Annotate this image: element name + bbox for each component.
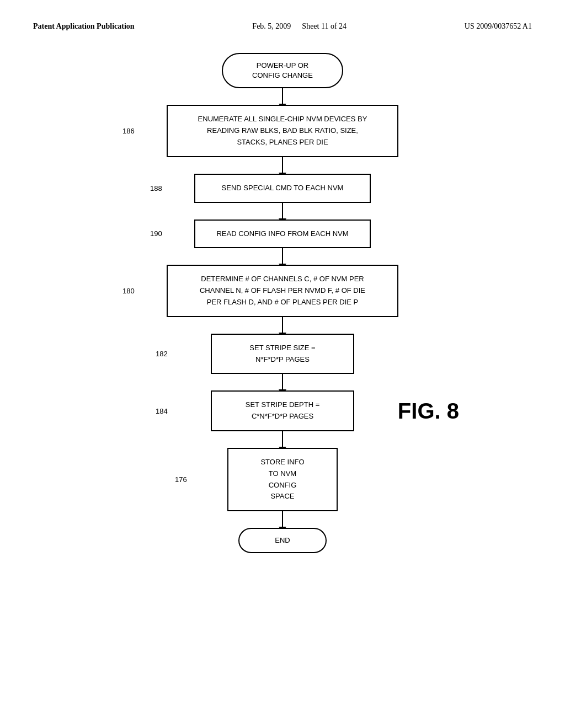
publication-label: Patent Application Publication [33, 22, 135, 31]
arrow-1 [89, 88, 476, 105]
arrow-6 [89, 374, 476, 390]
step-182-row: 182 SET STRIPE SIZE = N*F*D*P PAGES [89, 334, 476, 374]
step-190-row: 190 READ CONFIG INFO FROM EACH NVM [89, 220, 476, 249]
step-188-row: 188 SEND SPECIAL CMD TO EACH NVM [89, 174, 476, 203]
node-180: DETERMINE # OF CHANNELS C, # OF NVM PER … [167, 265, 398, 317]
page: Patent Application Publication Feb. 5, 2… [0, 0, 565, 728]
step-184-row: 184 SET STRIPE DEPTH = C*N*F*D*P PAGES F… [89, 390, 476, 431]
label-180: 180 [122, 287, 135, 295]
node-184: SET STRIPE DEPTH = C*N*F*D*P PAGES [211, 390, 354, 431]
step-176-row: 176 STORE INFO TO NVM CONFIG SPACE [89, 448, 476, 511]
step-end-row: END [89, 528, 476, 553]
node-188: SEND SPECIAL CMD TO EACH NVM [194, 174, 371, 203]
label-190: 190 [150, 229, 162, 238]
label-184: 184 [156, 407, 168, 415]
node-end: END [238, 528, 327, 553]
diagram-container: POWER-UP ORCONFIG CHANGE 186 ENUMERATE A… [33, 53, 532, 553]
node-start: POWER-UP ORCONFIG CHANGE [222, 53, 343, 88]
sheet-info: Sheet 11 of 24 [302, 22, 347, 31]
node-190: READ CONFIG INFO FROM EACH NVM [194, 220, 371, 249]
node-182: SET STRIPE SIZE = N*F*D*P PAGES [211, 334, 354, 374]
step-180-row: 180 DETERMINE # OF CHANNELS C, # OF NVM … [89, 265, 476, 317]
label-188: 188 [150, 184, 162, 192]
node-186: ENUMERATE ALL SINGLE-CHIP NVM DEVICES BY… [167, 105, 398, 157]
arrow-8 [89, 511, 476, 528]
arrow-7 [89, 431, 476, 448]
step-start-row: POWER-UP ORCONFIG CHANGE [89, 53, 476, 88]
step-186-row: 186 ENUMERATE ALL SINGLE-CHIP NVM DEVICE… [89, 105, 476, 157]
label-176: 176 [175, 475, 187, 484]
node-176: STORE INFO TO NVM CONFIG SPACE [227, 448, 338, 511]
arrow-4 [89, 248, 476, 265]
header-center: Feb. 5, 2009 Sheet 11 of 24 [252, 22, 347, 31]
arrow-2 [89, 157, 476, 174]
arrow-3 [89, 203, 476, 220]
flowchart: POWER-UP ORCONFIG CHANGE 186 ENUMERATE A… [89, 53, 476, 553]
fig-label: FIG. 8 [398, 399, 459, 424]
page-header: Patent Application Publication Feb. 5, 2… [33, 22, 532, 31]
patent-number: US 2009/0037652 A1 [465, 22, 532, 31]
arrow-5 [89, 317, 476, 334]
publication-date: Feb. 5, 2009 [252, 22, 291, 31]
label-186: 186 [122, 127, 135, 135]
label-182: 182 [156, 350, 168, 358]
